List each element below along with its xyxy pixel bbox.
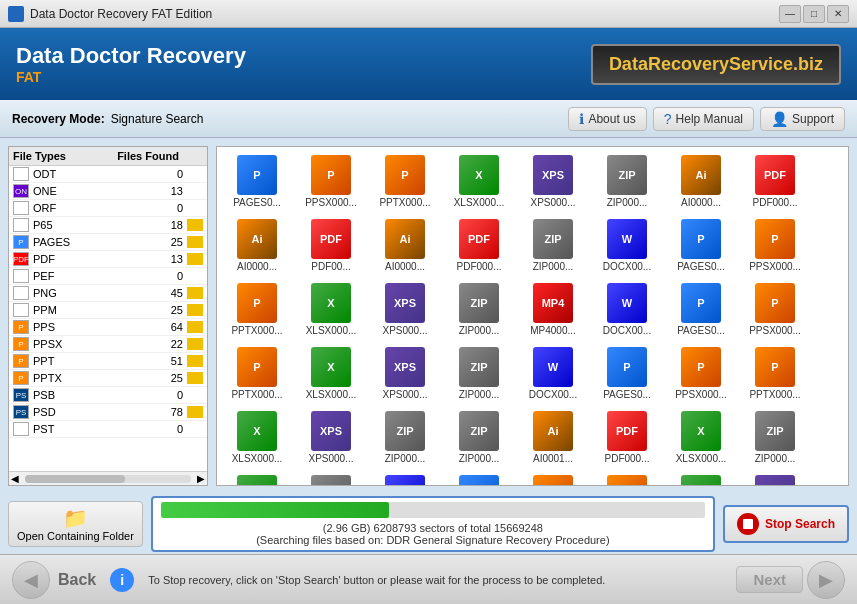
grid-file-item[interactable]: ZIPZIP000... (369, 407, 441, 469)
stop-icon-inner (743, 519, 753, 529)
app-icon (8, 6, 24, 22)
file-type-name: ONE (33, 185, 157, 197)
file-type-row[interactable]: PEF0 (9, 268, 207, 285)
grid-file-item[interactable]: PDFPDF000... (443, 215, 515, 277)
file-type-icon: PS (13, 405, 29, 419)
file-type-row[interactable]: PPAGES25 (9, 234, 207, 251)
grid-file-item[interactable]: ZIPZIP000... (295, 471, 367, 486)
grid-file-item[interactable]: ZIPZIP000... (443, 343, 515, 405)
file-type-name: PAGES (33, 236, 157, 248)
grid-file-item[interactable]: XPSXPS000... (295, 407, 367, 469)
file-type-count: 25 (157, 304, 187, 316)
horizontal-scrollbar[interactable]: ◀ ▶ (9, 471, 207, 485)
grid-file-item[interactable]: XPSXPS000... (369, 343, 441, 405)
grid-file-item[interactable]: PPPSX000... (295, 151, 367, 213)
grid-file-item[interactable]: PPPTX000... (591, 471, 663, 486)
grid-file-item[interactable]: AiAI0000... (221, 215, 293, 277)
grid-file-item[interactable]: XXLSX000... (295, 343, 367, 405)
grid-file-item[interactable]: WDOCX00... (517, 343, 589, 405)
file-type-row[interactable]: PNG45 (9, 285, 207, 302)
grid-file-item[interactable]: PPPTX000... (221, 343, 293, 405)
grid-file-item[interactable]: ZIPZIP000... (591, 151, 663, 213)
grid-file-item[interactable]: ZIPZIP000... (739, 407, 811, 469)
minimize-button[interactable]: — (779, 5, 801, 23)
grid-file-item[interactable]: XXLSX000... (665, 471, 737, 486)
file-type-bar (187, 219, 203, 231)
grid-file-item[interactable]: PPPTX000... (221, 279, 293, 341)
scroll-thumb[interactable] (25, 475, 125, 483)
file-type-row[interactable]: PSPSD78 (9, 404, 207, 421)
file-type-row[interactable]: PPPT51 (9, 353, 207, 370)
grid-file-item[interactable]: ZIPZIP000... (517, 215, 589, 277)
docx-file-icon: W (533, 347, 573, 387)
close-button[interactable]: ✕ (827, 5, 849, 23)
grid-file-item[interactable]: PPAGES0... (665, 215, 737, 277)
grid-file-item[interactable]: XPSXPS000... (739, 471, 811, 486)
grid-file-item[interactable]: ZIPZIP000... (443, 279, 515, 341)
file-type-row[interactable]: PPM25 (9, 302, 207, 319)
grid-file-item[interactable]: PPPSX000... (517, 471, 589, 486)
file-type-row[interactable]: ODT0 (9, 166, 207, 183)
grid-file-item[interactable]: XPSXPS000... (369, 279, 441, 341)
help-button[interactable]: ? Help Manual (653, 107, 754, 131)
grid-file-item[interactable]: WDOCX00... (591, 279, 663, 341)
file-type-count: 45 (157, 287, 187, 299)
grid-file-item[interactable]: MP4MP4000... (517, 279, 589, 341)
file-type-row[interactable]: ONONE13 (9, 183, 207, 200)
scroll-right-btn[interactable]: ▶ (195, 473, 207, 484)
stop-icon (737, 513, 759, 535)
file-type-row[interactable]: PPPTX25 (9, 370, 207, 387)
grid-file-item[interactable]: PPAGES0... (591, 343, 663, 405)
bottom-navigation: ◀ Back i To Stop recovery, click on 'Sto… (0, 554, 857, 604)
open-folder-button[interactable]: 📁 Open Containing Folder (8, 501, 143, 547)
grid-file-item[interactable]: PPPTX000... (739, 343, 811, 405)
grid-file-item[interactable]: AiAI0000... (369, 215, 441, 277)
grid-file-item[interactable]: PPAGES0... (665, 279, 737, 341)
grid-file-item[interactable]: WDOCX00... (591, 215, 663, 277)
file-type-row[interactable]: P6518 (9, 217, 207, 234)
next-arrow-button[interactable]: ▶ (807, 561, 845, 599)
grid-file-item[interactable]: PDFPDF000... (739, 151, 811, 213)
grid-file-item[interactable]: PPPTX000... (369, 151, 441, 213)
support-button[interactable]: 👤 Support (760, 107, 845, 131)
grid-file-item[interactable]: AiAI0001... (517, 407, 589, 469)
grid-file-item[interactable]: PPPSX000... (665, 343, 737, 405)
file-type-name: PPTX (33, 372, 157, 384)
file-type-row[interactable]: PDFPDF13 (9, 251, 207, 268)
grid-file-item[interactable]: XXLSX000... (295, 279, 367, 341)
grid-file-item[interactable]: WDOCX00... (369, 471, 441, 486)
grid-file-item[interactable]: AiAI0000... (665, 151, 737, 213)
grid-file-item[interactable]: PPAGES0... (221, 151, 293, 213)
grid-file-item[interactable]: PDFPDF000... (591, 407, 663, 469)
next-button[interactable]: Next (736, 566, 803, 593)
file-type-row[interactable]: ORF0 (9, 200, 207, 217)
grid-file-item[interactable]: PPAGES0... (443, 471, 515, 486)
file-type-row[interactable]: PSPSB0 (9, 387, 207, 404)
grid-file-item[interactable]: XXLSX000... (443, 151, 515, 213)
about-button[interactable]: ℹ About us (568, 107, 646, 131)
grid-file-item[interactable]: PDFPDF00... (295, 215, 367, 277)
grid-file-item[interactable]: XXLSX000... (221, 471, 293, 486)
file-type-name: PEF (33, 270, 157, 282)
grid-file-item[interactable]: PPPSX000... (739, 215, 811, 277)
file-type-row[interactable]: PPPS64 (9, 319, 207, 336)
file-type-row[interactable]: PST0 (9, 421, 207, 438)
file-type-count: 25 (157, 372, 187, 384)
maximize-button[interactable]: □ (803, 5, 825, 23)
zip-file-icon: ZIP (385, 411, 425, 451)
grid-file-label: PDF000... (594, 453, 660, 465)
grid-file-item[interactable]: PPPSX000... (739, 279, 811, 341)
grid-file-item[interactable]: ZIPZIP000... (443, 407, 515, 469)
grid-file-label: DOCX00... (520, 389, 586, 401)
grid-file-item[interactable]: XXLSX000... (221, 407, 293, 469)
scroll-left-btn[interactable]: ◀ (9, 473, 21, 484)
file-grid-panel[interactable]: PPAGES0...PPPSX000...PPPTX000...XXLSX000… (216, 146, 849, 486)
file-type-icon: P (13, 354, 29, 368)
grid-file-item[interactable]: XPSXPS000... (517, 151, 589, 213)
grid-file-item[interactable]: XXLSX000... (665, 407, 737, 469)
file-type-bar (187, 406, 203, 418)
folder-icon: 📁 (63, 506, 88, 530)
stop-search-button[interactable]: Stop Search (723, 505, 849, 543)
file-type-row[interactable]: PPPSX22 (9, 336, 207, 353)
back-arrow-button[interactable]: ◀ (12, 561, 50, 599)
